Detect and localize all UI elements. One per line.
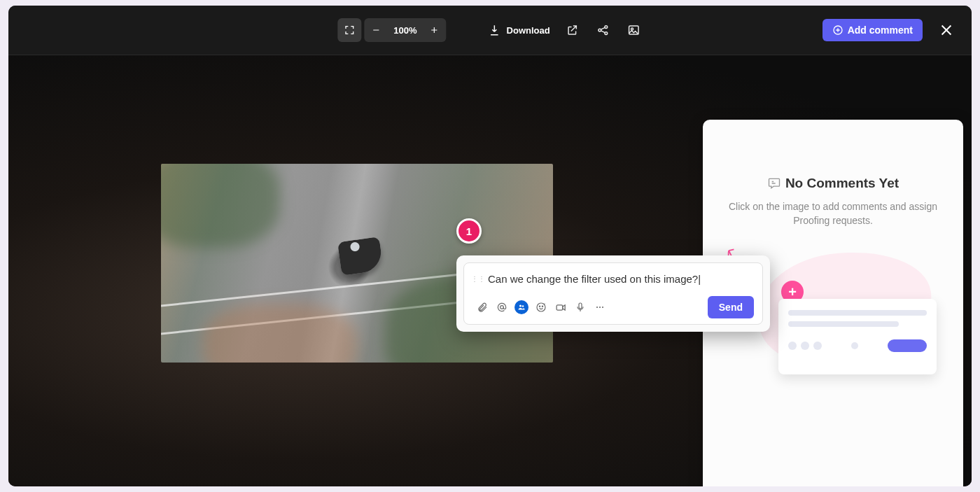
users-icon: [517, 303, 526, 311]
comment-pin-1[interactable]: 1: [456, 218, 482, 244]
comment-input-container: ⋮⋮ Can we change the filter used on this…: [463, 262, 763, 325]
zoom-level: 100%: [388, 25, 422, 36]
viewer-toolbar: 100% Download: [8, 6, 972, 55]
svg-point-21: [596, 307, 598, 308]
minus-icon: [371, 25, 381, 35]
send-button[interactable]: Send: [708, 296, 754, 318]
mic-icon: [575, 302, 586, 313]
card-illustration: [778, 299, 937, 374]
record-audio-button[interactable]: [570, 297, 590, 317]
external-link-icon: [566, 24, 579, 36]
svg-point-17: [539, 306, 540, 307]
svg-point-4: [605, 26, 608, 29]
svg-point-14: [519, 304, 522, 307]
image-proof-viewer: 100% Download: [8, 6, 972, 486]
download-icon: [489, 24, 501, 36]
close-button[interactable]: [937, 20, 956, 40]
svg-point-18: [542, 306, 542, 307]
mention-button[interactable]: [492, 297, 512, 317]
image-icon: [628, 24, 640, 36]
toolbar-right: Add comment: [822, 19, 972, 41]
add-comment-label: Add comment: [848, 24, 913, 36]
svg-point-3: [598, 29, 601, 31]
share-icon: [597, 24, 610, 36]
svg-point-22: [599, 307, 601, 308]
attach-button[interactable]: [472, 297, 492, 317]
emoji-button[interactable]: [531, 297, 551, 317]
plus-icon: [430, 25, 440, 35]
canvas-area[interactable]: 1 ⋮⋮ Can we change the filter used on th…: [8, 55, 972, 486]
svg-point-5: [605, 32, 608, 35]
chat-bubble-icon: [767, 176, 781, 190]
zoom-in-button[interactable]: [424, 20, 445, 41]
comment-action-bar: Send: [471, 289, 755, 320]
comment-composer: ⋮⋮ Can we change the filter used on this…: [456, 255, 770, 332]
emoji-icon: [536, 302, 547, 313]
sidebar-title: No Comments Yet: [785, 176, 899, 191]
svg-point-23: [602, 307, 603, 308]
assign-users-button[interactable]: [512, 297, 531, 317]
sidebar-title-row: No Comments Yet: [767, 176, 899, 191]
sidebar-hint: Click on the image to add comments and a…: [722, 200, 944, 227]
svg-point-7: [631, 28, 634, 30]
paperclip-icon: [477, 302, 488, 313]
add-comment-button[interactable]: Add comment: [822, 19, 923, 41]
open-external-button[interactable]: [564, 22, 581, 38]
svg-point-13: [500, 306, 504, 309]
pin-number: 1: [466, 225, 472, 237]
comment-input[interactable]: Can we change the filter used on this im…: [488, 269, 755, 289]
zoom-controls: 100%: [337, 18, 446, 42]
add-comment-icon: [832, 24, 844, 36]
download-label: Download: [507, 25, 550, 36]
expand-icon: [344, 24, 355, 36]
dots-icon: [594, 302, 606, 313]
svg-rect-19: [556, 304, 563, 309]
share-button[interactable]: [595, 22, 612, 38]
drag-handle-icon[interactable]: ⋮⋮: [471, 275, 485, 283]
toolbar-center: 100% Download: [337, 18, 642, 42]
record-video-button[interactable]: [551, 297, 570, 317]
more-options-button[interactable]: [590, 297, 610, 317]
svg-rect-20: [579, 303, 582, 309]
svg-point-15: [522, 305, 524, 307]
fullscreen-button[interactable]: [337, 18, 361, 42]
close-icon: [939, 22, 954, 38]
zoom-out-button[interactable]: [365, 20, 386, 41]
download-button[interactable]: Download: [489, 24, 550, 36]
image-settings-button[interactable]: [626, 22, 643, 38]
video-icon: [555, 302, 567, 314]
zoom-level-group: 100%: [364, 18, 446, 42]
at-icon: [496, 302, 507, 313]
